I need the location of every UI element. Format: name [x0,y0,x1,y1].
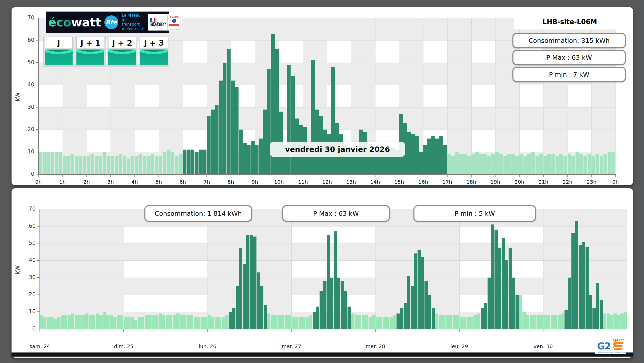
bar[interactable] [271,315,274,329]
bar[interactable] [386,317,389,329]
bar[interactable] [453,315,456,329]
bar[interactable] [460,317,463,329]
bar[interactable] [575,221,578,329]
bar[interactable] [274,315,278,329]
bar[interactable] [379,317,382,329]
bar[interactable] [263,110,267,174]
bar[interactable] [243,143,247,174]
bar[interactable] [92,315,96,329]
bar[interactable] [239,248,243,329]
bar[interactable] [288,315,291,329]
bar[interactable] [225,315,229,329]
bar[interactable] [620,313,624,329]
bar[interactable] [571,233,575,329]
bar[interactable] [533,315,536,329]
tab-day-j3-label[interactable]: J + 3 [140,37,168,49]
bar[interactable] [537,315,540,329]
bar[interactable] [287,65,291,174]
bar[interactable] [78,156,82,174]
bar[interactable] [243,264,246,329]
bar[interactable] [530,315,533,329]
bar[interactable] [38,152,42,174]
bar[interactable] [439,136,443,174]
bar[interactable] [487,156,491,174]
bar[interactable] [540,315,543,329]
bar[interactable] [608,152,611,174]
bar[interactable] [111,156,114,174]
bar[interactable] [103,152,106,174]
bar[interactable] [85,313,88,329]
bar[interactable] [459,154,463,174]
bar[interactable] [576,152,579,174]
tab-day-j-label[interactable]: J [45,37,73,49]
bar[interactable] [488,278,491,329]
bar[interactable] [75,315,78,329]
bar[interactable] [187,150,191,174]
bar[interactable] [344,291,348,329]
tab-day-j2[interactable]: J + 2 [107,36,137,66]
bar[interactable] [71,154,74,174]
bar[interactable] [427,139,431,174]
bar[interactable] [467,317,470,329]
bar[interactable] [291,76,295,174]
bar[interactable] [376,317,379,329]
bar[interactable] [57,317,61,329]
bar[interactable] [400,308,403,329]
bar[interactable] [253,237,256,329]
bar[interactable] [143,156,146,174]
bar[interactable] [558,315,561,329]
bar[interactable] [495,152,499,174]
bar[interactable] [211,317,214,329]
bar[interactable] [47,317,50,329]
bar[interactable] [418,250,421,329]
bar[interactable] [267,313,271,329]
bar[interactable] [435,139,439,174]
bar[interactable] [78,315,82,329]
bar[interactable] [55,152,58,174]
bar[interactable] [103,312,106,329]
bar[interactable] [151,154,155,174]
bar[interactable] [255,145,259,174]
bar[interactable] [439,315,442,329]
bar[interactable] [491,224,494,329]
bar[interactable] [180,315,183,329]
bar[interactable] [579,154,583,174]
bar[interactable] [91,154,94,174]
bar[interactable] [46,152,50,174]
bar[interactable] [173,315,176,329]
bar[interactable] [98,156,102,174]
bar[interactable] [607,313,610,329]
bar[interactable] [561,313,564,329]
bar[interactable] [257,272,260,329]
bar[interactable] [227,49,231,174]
bar[interactable] [481,308,484,329]
bar[interactable] [516,295,519,329]
bar[interactable] [302,317,305,329]
bar[interactable] [509,248,512,329]
bar[interactable] [475,152,479,174]
bar[interactable] [586,247,589,329]
bar[interactable] [106,315,110,329]
bar[interactable] [351,313,354,329]
bar[interactable] [191,150,195,174]
bar[interactable] [138,317,141,329]
bar[interactable] [369,317,372,329]
bar[interactable] [194,317,197,329]
weekly-chart-plot[interactable] [40,209,627,329]
bar[interactable] [556,156,559,174]
bar[interactable] [171,152,175,174]
bar[interactable] [447,154,451,174]
bar[interactable] [54,319,57,329]
bar[interactable] [141,317,145,329]
bar[interactable] [179,154,183,174]
bar[interactable] [407,132,411,174]
bar[interactable] [473,315,477,329]
bar[interactable] [58,152,62,174]
bar[interactable] [348,307,351,329]
bar[interactable] [568,154,571,174]
bar[interactable] [330,278,333,329]
bar[interactable] [309,315,312,329]
bar[interactable] [183,150,187,174]
bar[interactable] [311,60,315,174]
bar[interactable] [554,315,557,329]
